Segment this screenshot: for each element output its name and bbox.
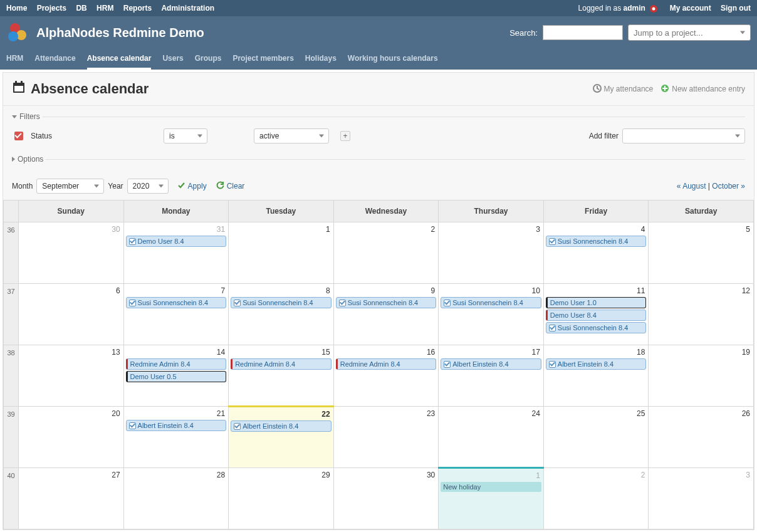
tab-groups[interactable]: Groups bbox=[195, 49, 222, 68]
chevron-down-icon bbox=[12, 115, 17, 118]
day-cell[interactable]: 21Albert Einstein 8.4 bbox=[123, 407, 229, 468]
calendar-entry[interactable]: Redmine Admin 8.4 bbox=[231, 358, 332, 370]
day-cell[interactable]: 18Albert Einstein 8.4 bbox=[543, 345, 649, 407]
calendar-entry[interactable]: New holiday bbox=[441, 482, 541, 492]
calendar-entry[interactable]: Albert Einstein 8.4 bbox=[126, 420, 227, 431]
month-nav: « August | October » bbox=[677, 182, 745, 190]
day-cell[interactable]: 16Redmine Admin 8.4 bbox=[333, 345, 439, 407]
day-cell[interactable]: 30 bbox=[333, 468, 439, 529]
calendar-entry[interactable]: Redmine Admin 8.4 bbox=[126, 358, 227, 370]
calendar-entry[interactable]: Demo User 0.5 bbox=[126, 371, 227, 382]
day-cell[interactable]: 13 bbox=[19, 345, 124, 407]
check-icon bbox=[549, 325, 556, 331]
day-cell[interactable]: 12 bbox=[649, 284, 754, 345]
month-select[interactable]: September bbox=[36, 179, 104, 194]
tab-holidays[interactable]: Holidays bbox=[305, 49, 337, 68]
day-number: 4 bbox=[546, 224, 647, 236]
tab-project-members[interactable]: Project members bbox=[232, 49, 293, 68]
day-cell[interactable]: 9Susi Sonnenschein 8.4 bbox=[333, 284, 439, 345]
day-cell[interactable]: 26 bbox=[649, 407, 754, 468]
day-cell[interactable]: 6 bbox=[19, 284, 124, 345]
calendar-entry[interactable]: Susi Sonnenschein 8.4 bbox=[231, 297, 332, 308]
day-cell[interactable]: 10Susi Sonnenschein 8.4 bbox=[439, 284, 544, 345]
day-cell[interactable]: 7Susi Sonnenschein 8.4 bbox=[123, 284, 229, 345]
add-filter-select[interactable] bbox=[622, 128, 745, 143]
day-cell[interactable]: 19 bbox=[649, 345, 754, 407]
calendar-entry[interactable]: Susi Sonnenschein 8.4 bbox=[441, 297, 541, 308]
status-value-select[interactable]: active bbox=[254, 128, 329, 143]
day-cell[interactable]: 11Demo User 1.0Demo User 8.4Susi Sonnens… bbox=[543, 284, 649, 345]
next-month-link[interactable]: October » bbox=[712, 182, 745, 190]
day-cell[interactable]: 2 bbox=[333, 222, 439, 284]
calendar-entry[interactable]: Susi Sonnenschein 8.4 bbox=[546, 322, 647, 333]
my-attendance-link[interactable]: My attendance bbox=[593, 84, 654, 95]
year-select[interactable]: 2020 bbox=[127, 179, 169, 194]
status-operator-select[interactable]: is bbox=[164, 128, 207, 143]
project-jump-placeholder: Jump to a project... bbox=[634, 28, 703, 38]
day-cell[interactable]: 24 bbox=[439, 407, 544, 468]
day-cell[interactable]: 31Demo User 8.4 bbox=[123, 222, 229, 284]
day-number: 10 bbox=[441, 285, 541, 297]
nav-my-account[interactable]: My account bbox=[670, 4, 711, 13]
search-input[interactable] bbox=[543, 25, 623, 40]
tab-attendance[interactable]: Attendance bbox=[34, 49, 75, 68]
tab-hrm[interactable]: HRM bbox=[6, 49, 23, 68]
day-cell[interactable]: 17Albert Einstein 8.4 bbox=[439, 345, 544, 407]
status-checkbox[interactable] bbox=[14, 132, 23, 140]
nav-home[interactable]: Home bbox=[6, 4, 27, 13]
tab-absence-calendar[interactable]: Absence calendar bbox=[87, 49, 152, 70]
tab-users[interactable]: Users bbox=[162, 49, 183, 68]
filters-legend-text: Filters bbox=[19, 112, 40, 121]
day-cell[interactable]: 4Susi Sonnenschein 8.4 bbox=[543, 222, 649, 284]
clear-button[interactable]: Clear bbox=[216, 181, 245, 192]
check-icon bbox=[129, 238, 136, 245]
project-jump-select[interactable]: Jump to a project... bbox=[628, 24, 751, 41]
day-cell[interactable]: 29 bbox=[229, 468, 334, 529]
nav-sign-out[interactable]: Sign out bbox=[721, 4, 751, 13]
status-label: Status bbox=[31, 132, 156, 140]
day-number: 2 bbox=[546, 469, 647, 481]
calendar-entry[interactable]: Susi Sonnenschein 8.4 bbox=[546, 236, 647, 247]
day-cell[interactable]: 25 bbox=[543, 407, 649, 468]
options-legend[interactable]: Options bbox=[12, 155, 745, 164]
day-cell[interactable]: 23 bbox=[333, 407, 439, 468]
day-number: 29 bbox=[231, 469, 332, 481]
apply-button[interactable]: Apply bbox=[177, 181, 207, 191]
day-cell[interactable]: 2 bbox=[543, 468, 649, 529]
options-legend-text: Options bbox=[18, 155, 43, 164]
calendar-entry[interactable]: Demo User 1.0 bbox=[546, 297, 647, 308]
calendar-entry[interactable]: Susi Sonnenschein 8.4 bbox=[336, 297, 437, 308]
day-cell[interactable]: 1 bbox=[229, 222, 334, 284]
day-cell[interactable]: 27 bbox=[19, 468, 124, 529]
day-cell[interactable]: 22Albert Einstein 8.4 bbox=[229, 407, 334, 468]
nav-projects[interactable]: Projects bbox=[37, 4, 66, 13]
calendar-entry[interactable]: Demo User 8.4 bbox=[126, 236, 227, 247]
filters-legend[interactable]: Filters bbox=[12, 112, 745, 121]
nav-reports[interactable]: Reports bbox=[123, 4, 152, 13]
day-cell[interactable]: 30 bbox=[19, 222, 124, 284]
calendar-entry[interactable]: Susi Sonnenschein 8.4 bbox=[126, 297, 227, 308]
day-cell[interactable]: 3 bbox=[649, 468, 754, 529]
add-value-button[interactable]: + bbox=[340, 131, 350, 141]
calendar-entry[interactable]: Albert Einstein 8.4 bbox=[231, 420, 332, 432]
day-cell[interactable]: 5 bbox=[649, 222, 754, 284]
day-cell[interactable]: 8Susi Sonnenschein 8.4 bbox=[229, 284, 334, 345]
new-attendance-link[interactable]: New attendance entry bbox=[660, 84, 745, 95]
day-number: 30 bbox=[21, 224, 122, 236]
calendar-entry[interactable]: Demo User 8.4 bbox=[546, 310, 647, 321]
nav-hrm[interactable]: HRM bbox=[97, 4, 113, 13]
day-cell[interactable]: 14Redmine Admin 8.4Demo User 0.5 bbox=[123, 345, 229, 407]
day-cell[interactable]: 15Redmine Admin 8.4 bbox=[229, 345, 334, 407]
day-cell[interactable]: 3 bbox=[439, 222, 544, 284]
calendar-entry[interactable]: Redmine Admin 8.4 bbox=[336, 358, 437, 370]
nav-administration[interactable]: Administration bbox=[161, 4, 214, 13]
calendar-entry[interactable]: Albert Einstein 8.4 bbox=[546, 358, 647, 370]
svg-rect-6 bbox=[15, 81, 17, 84]
day-cell[interactable]: 28 bbox=[123, 468, 229, 529]
calendar-entry[interactable]: Albert Einstein 8.4 bbox=[441, 358, 541, 370]
nav-db[interactable]: DB bbox=[76, 4, 86, 13]
day-cell[interactable]: 1New holiday bbox=[439, 468, 544, 529]
day-cell[interactable]: 20 bbox=[19, 407, 124, 468]
tab-working-hours-calendars[interactable]: Working hours calendars bbox=[348, 49, 438, 68]
prev-month-link[interactable]: « August bbox=[677, 182, 706, 190]
